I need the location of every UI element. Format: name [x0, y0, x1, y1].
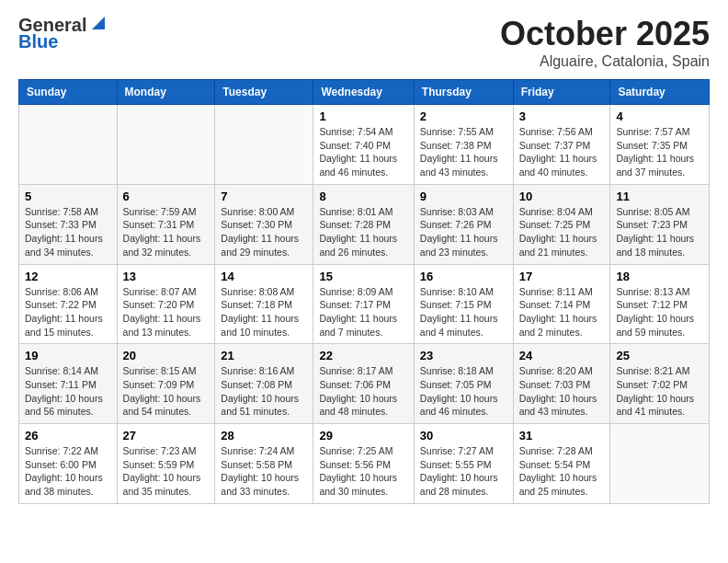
day-number: 6 — [123, 190, 210, 203]
day-number: 31 — [519, 429, 605, 442]
calendar-cell: 31Sunrise: 7:28 AMSunset: 5:54 PMDayligh… — [513, 424, 610, 504]
calendar-week-row: 1Sunrise: 7:54 AMSunset: 7:40 PMDaylight… — [19, 105, 710, 185]
day-info: Sunrise: 8:07 AMSunset: 7:20 PMDaylight:… — [123, 285, 210, 339]
calendar-cell: 22Sunrise: 8:17 AMSunset: 7:06 PMDayligh… — [313, 344, 414, 424]
calendar-cell: 11Sunrise: 8:05 AMSunset: 7:23 PMDayligh… — [610, 184, 710, 264]
day-info: Sunrise: 8:04 AMSunset: 7:25 PMDaylight:… — [519, 205, 605, 259]
day-info: Sunrise: 8:11 AMSunset: 7:14 PMDaylight:… — [519, 285, 605, 339]
day-info: Sunrise: 8:01 AMSunset: 7:28 PMDaylight:… — [319, 205, 407, 259]
day-info: Sunrise: 7:59 AMSunset: 7:31 PMDaylight:… — [123, 205, 210, 259]
day-number: 29 — [319, 429, 407, 442]
day-info: Sunrise: 8:00 AMSunset: 7:30 PMDaylight:… — [221, 205, 307, 259]
calendar-container: General Blue October 2025 Alguaire, Cata… — [0, 0, 728, 519]
calendar-cell: 27Sunrise: 7:23 AMSunset: 5:59 PMDayligh… — [117, 424, 215, 504]
day-number: 24 — [519, 349, 605, 362]
day-info: Sunrise: 8:09 AMSunset: 7:17 PMDaylight:… — [319, 285, 407, 339]
day-info: Sunrise: 8:06 AMSunset: 7:22 PMDaylight:… — [25, 285, 111, 339]
day-number: 8 — [319, 190, 407, 203]
day-info: Sunrise: 7:25 AMSunset: 5:56 PMDaylight:… — [319, 444, 407, 499]
day-number: 9 — [420, 190, 507, 203]
header-day-wednesday: Wednesday — [313, 80, 414, 105]
day-info: Sunrise: 7:56 AMSunset: 7:37 PMDaylight:… — [519, 125, 605, 179]
title-area: October 2025 Alguaire, Catalonia, Spain — [500, 15, 710, 70]
day-number: 10 — [519, 190, 605, 203]
day-info: Sunrise: 8:17 AMSunset: 7:06 PMDaylight:… — [319, 364, 407, 419]
calendar-week-row: 19Sunrise: 8:14 AMSunset: 7:11 PMDayligh… — [19, 344, 710, 424]
calendar-cell: 16Sunrise: 8:10 AMSunset: 7:15 PMDayligh… — [414, 264, 513, 344]
calendar-week-row: 5Sunrise: 7:58 AMSunset: 7:33 PMDaylight… — [19, 184, 710, 264]
calendar-cell: 2Sunrise: 7:55 AMSunset: 7:38 PMDaylight… — [414, 105, 513, 185]
calendar-cell: 18Sunrise: 8:13 AMSunset: 7:12 PMDayligh… — [610, 264, 710, 344]
day-info: Sunrise: 8:18 AMSunset: 7:05 PMDaylight:… — [420, 364, 507, 419]
calendar-cell: 5Sunrise: 7:58 AMSunset: 7:33 PMDaylight… — [19, 184, 118, 264]
calendar-cell: 9Sunrise: 8:03 AMSunset: 7:26 PMDaylight… — [414, 184, 513, 264]
day-info: Sunrise: 7:24 AMSunset: 5:58 PMDaylight:… — [221, 444, 307, 499]
day-number: 28 — [221, 429, 307, 442]
calendar-cell: 6Sunrise: 7:59 AMSunset: 7:31 PMDaylight… — [117, 184, 215, 264]
header-day-saturday: Saturday — [610, 80, 710, 105]
day-number: 3 — [519, 109, 605, 123]
calendar-cell: 4Sunrise: 7:57 AMSunset: 7:35 PMDaylight… — [610, 105, 710, 185]
day-info: Sunrise: 8:13 AMSunset: 7:12 PMDaylight:… — [616, 285, 703, 339]
day-info: Sunrise: 8:08 AMSunset: 7:18 PMDaylight:… — [221, 285, 307, 339]
day-number: 25 — [616, 349, 703, 362]
calendar-subtitle: Alguaire, Catalonia, Spain — [500, 53, 710, 70]
calendar-cell: 29Sunrise: 7:25 AMSunset: 5:56 PMDayligh… — [313, 424, 414, 504]
logo-area: General Blue — [18, 15, 108, 52]
calendar-week-row: 12Sunrise: 8:06 AMSunset: 7:22 PMDayligh… — [19, 264, 710, 344]
calendar-cell: 7Sunrise: 8:00 AMSunset: 7:30 PMDaylight… — [215, 184, 313, 264]
day-number: 22 — [319, 349, 407, 362]
day-number: 12 — [25, 270, 111, 283]
calendar-cell — [117, 105, 215, 185]
day-info: Sunrise: 8:14 AMSunset: 7:11 PMDaylight:… — [25, 364, 111, 419]
calendar-header-row: SundayMondayTuesdayWednesdayThursdayFrid… — [19, 80, 710, 105]
calendar-cell: 23Sunrise: 8:18 AMSunset: 7:05 PMDayligh… — [414, 344, 513, 424]
calendar-cell — [610, 424, 710, 504]
day-info: Sunrise: 7:54 AMSunset: 7:40 PMDaylight:… — [319, 125, 407, 179]
calendar-cell: 3Sunrise: 7:56 AMSunset: 7:37 PMDaylight… — [513, 105, 610, 185]
calendar-table: SundayMondayTuesdayWednesdayThursdayFrid… — [18, 79, 710, 504]
calendar-cell: 24Sunrise: 8:20 AMSunset: 7:03 PMDayligh… — [513, 344, 610, 424]
calendar-cell: 17Sunrise: 8:11 AMSunset: 7:14 PMDayligh… — [513, 264, 610, 344]
day-info: Sunrise: 8:10 AMSunset: 7:15 PMDaylight:… — [420, 285, 507, 339]
day-number: 18 — [616, 270, 703, 283]
calendar-cell: 26Sunrise: 7:22 AMSunset: 6:00 PMDayligh… — [19, 424, 118, 504]
day-number: 27 — [123, 429, 210, 442]
calendar-cell: 13Sunrise: 8:07 AMSunset: 7:20 PMDayligh… — [117, 264, 215, 344]
calendar-cell: 1Sunrise: 7:54 AMSunset: 7:40 PMDaylight… — [313, 105, 414, 185]
logo-icon — [88, 13, 108, 33]
calendar-cell: 21Sunrise: 8:16 AMSunset: 7:08 PMDayligh… — [215, 344, 313, 424]
day-number: 1 — [319, 109, 407, 123]
calendar-cell — [215, 105, 313, 185]
day-number: 19 — [25, 349, 111, 362]
day-info: Sunrise: 8:16 AMSunset: 7:08 PMDaylight:… — [221, 364, 307, 419]
calendar-cell: 30Sunrise: 7:27 AMSunset: 5:55 PMDayligh… — [414, 424, 513, 504]
day-info: Sunrise: 7:57 AMSunset: 7:35 PMDaylight:… — [616, 125, 703, 179]
calendar-cell: 20Sunrise: 8:15 AMSunset: 7:09 PMDayligh… — [117, 344, 215, 424]
calendar-cell: 12Sunrise: 8:06 AMSunset: 7:22 PMDayligh… — [19, 264, 118, 344]
day-number: 17 — [519, 270, 605, 283]
day-info: Sunrise: 8:21 AMSunset: 7:02 PMDaylight:… — [616, 364, 703, 419]
day-number: 13 — [123, 270, 210, 283]
calendar-cell: 14Sunrise: 8:08 AMSunset: 7:18 PMDayligh… — [215, 264, 313, 344]
day-info: Sunrise: 8:03 AMSunset: 7:26 PMDaylight:… — [420, 205, 507, 259]
svg-marker-0 — [92, 17, 105, 29]
logo-blue: Blue — [18, 31, 58, 52]
header-section: General Blue October 2025 Alguaire, Cata… — [18, 15, 710, 70]
day-info: Sunrise: 7:22 AMSunset: 6:00 PMDaylight:… — [25, 444, 111, 499]
header-day-friday: Friday — [513, 80, 610, 105]
header-day-tuesday: Tuesday — [215, 80, 313, 105]
header-day-sunday: Sunday — [19, 80, 118, 105]
day-info: Sunrise: 8:15 AMSunset: 7:09 PMDaylight:… — [123, 364, 210, 419]
day-number: 15 — [319, 270, 407, 283]
day-number: 7 — [221, 190, 307, 203]
day-number: 2 — [420, 109, 507, 123]
header-day-monday: Monday — [117, 80, 215, 105]
calendar-title: October 2025 — [500, 15, 710, 53]
day-number: 21 — [221, 349, 307, 362]
calendar-cell: 25Sunrise: 8:21 AMSunset: 7:02 PMDayligh… — [610, 344, 710, 424]
calendar-cell: 15Sunrise: 8:09 AMSunset: 7:17 PMDayligh… — [313, 264, 414, 344]
day-info: Sunrise: 8:20 AMSunset: 7:03 PMDaylight:… — [519, 364, 605, 419]
day-number: 30 — [420, 429, 507, 442]
calendar-cell: 28Sunrise: 7:24 AMSunset: 5:58 PMDayligh… — [215, 424, 313, 504]
